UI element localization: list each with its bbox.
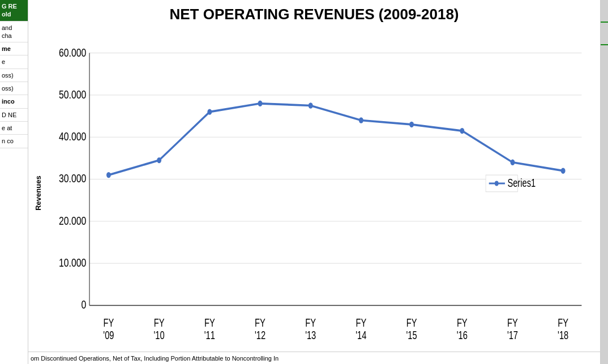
- sidebar-item-6: oss): [0, 82, 28, 95]
- svg-text:FY: FY: [457, 316, 468, 329]
- right-strip-line-2: [601, 23, 608, 45]
- svg-point-37: [207, 109, 212, 115]
- svg-point-36: [157, 157, 161, 163]
- svg-text:10.000: 10.000: [59, 256, 86, 269]
- bottom-bar: om Discontinued Operations, Net of Tax, …: [28, 352, 600, 364]
- sidebar-item-4: e: [0, 55, 28, 68]
- sidebar: G REold andcha me e oss) oss) inco D NE …: [0, 0, 28, 364]
- svg-text:Series1: Series1: [507, 177, 536, 190]
- svg-text:'16: '16: [457, 329, 468, 342]
- svg-text:'09: '09: [103, 329, 114, 342]
- svg-text:FY: FY: [558, 316, 568, 329]
- right-strip: [600, 0, 608, 364]
- svg-text:'11: '11: [204, 329, 215, 342]
- svg-text:0: 0: [82, 298, 87, 311]
- chart-plot-area: 60.000 50.000 40.000 30.000 20.000 10.00…: [45, 28, 594, 348]
- sidebar-item-7: inco: [0, 95, 28, 108]
- chart-title: NET OPERATING REVENUES (2009-2018): [170, 6, 459, 23]
- bottom-text: om Discontinued Operations, Net of Tax, …: [31, 355, 279, 362]
- chart-main-area: NET OPERATING REVENUES (2009-2018) Reven…: [28, 0, 600, 364]
- sidebar-item-1: G REold: [0, 0, 28, 22]
- svg-point-38: [258, 101, 263, 106]
- svg-point-39: [309, 102, 313, 108]
- svg-text:'15: '15: [406, 329, 417, 342]
- svg-text:FY: FY: [305, 316, 316, 329]
- svg-point-42: [460, 128, 464, 134]
- svg-point-35: [106, 172, 111, 178]
- svg-text:'10: '10: [154, 329, 165, 342]
- sidebar-item-9: e at: [0, 122, 28, 135]
- chart-svg: 60.000 50.000 40.000 30.000 20.000 10.00…: [45, 28, 594, 348]
- svg-text:FY: FY: [154, 316, 165, 329]
- sidebar-item-8: D NE: [0, 109, 28, 122]
- svg-text:50.000: 50.000: [59, 88, 86, 101]
- svg-text:FY: FY: [104, 316, 114, 329]
- svg-point-47: [495, 181, 499, 186]
- svg-text:FY: FY: [255, 316, 266, 329]
- svg-point-40: [359, 117, 363, 123]
- svg-text:30.000: 30.000: [59, 172, 86, 186]
- sidebar-item-5: oss): [0, 69, 28, 82]
- svg-text:40.000: 40.000: [59, 130, 86, 143]
- sidebar-item-3: me: [0, 42, 28, 55]
- svg-text:20.000: 20.000: [59, 214, 86, 228]
- svg-point-43: [511, 160, 515, 165]
- svg-text:FY: FY: [507, 316, 518, 329]
- svg-text:FY: FY: [204, 316, 215, 329]
- chart-container: Revenues: [34, 28, 594, 358]
- right-strip-line-1: [601, 0, 608, 23]
- svg-text:60.000: 60.000: [59, 46, 86, 59]
- svg-text:FY: FY: [406, 316, 417, 329]
- svg-text:'12: '12: [255, 329, 266, 342]
- svg-point-41: [409, 122, 414, 127]
- svg-text:FY: FY: [356, 316, 367, 329]
- svg-text:'14: '14: [356, 329, 367, 342]
- chart-inner: 60.000 50.000 40.000 30.000 20.000 10.00…: [45, 28, 594, 358]
- sidebar-item-10: n co: [0, 135, 28, 148]
- svg-text:'17: '17: [507, 329, 518, 342]
- sidebar-item-2: andcha: [0, 22, 28, 43]
- y-axis-label: Revenues: [34, 28, 42, 358]
- svg-text:'13: '13: [305, 329, 316, 342]
- svg-point-44: [561, 168, 566, 174]
- svg-text:'18: '18: [558, 329, 568, 342]
